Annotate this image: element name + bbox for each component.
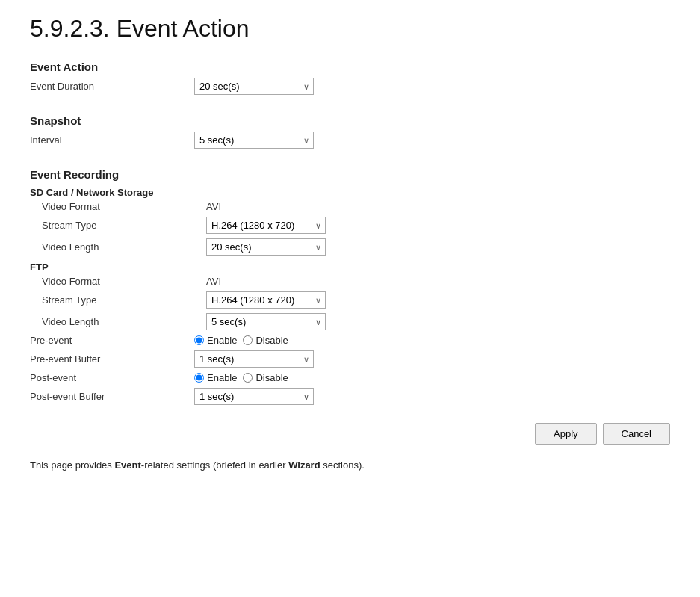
pre-event-row: Pre-event Enable Disable: [30, 335, 670, 346]
event-recording-header: Event Recording: [30, 168, 670, 181]
pre-event-buffer-row: Pre-event Buffer 1 sec(s) 2 sec(s) 3 sec…: [30, 350, 670, 368]
pre-event-buffer-select[interactable]: 1 sec(s) 2 sec(s) 3 sec(s) 5 sec(s): [194, 350, 314, 368]
apply-button[interactable]: Apply: [535, 423, 597, 445]
sd-stream-type-select-wrapper: H.264 (1280 x 720) H.264 (640 x 480) MJP…: [206, 217, 326, 234]
post-event-enable-radio[interactable]: [194, 373, 204, 383]
ftp-video-length-select[interactable]: 5 sec(s) 10 sec(s) 20 sec(s) 30 sec(s): [206, 313, 326, 330]
post-event-buffer-label: Post-event Buffer: [30, 391, 194, 402]
ftp-video-format-row: Video Format AVI: [30, 276, 670, 287]
event-action-header: Event Action: [30, 61, 670, 73]
sd-stream-type-select[interactable]: H.264 (1280 x 720) H.264 (640 x 480) MJP…: [206, 217, 326, 234]
ftp-stream-type-select-wrapper: H.264 (1280 x 720) H.264 (640 x 480) MJP…: [206, 291, 326, 309]
event-duration-select-wrapper: 5 sec(s) 10 sec(s) 20 sec(s) 30 sec(s) 6…: [194, 78, 314, 95]
ftp-stream-type-select[interactable]: H.264 (1280 x 720) H.264 (640 x 480) MJP…: [206, 291, 326, 309]
pre-event-enable-label[interactable]: Enable: [194, 335, 237, 346]
footer-text-after: sections).: [320, 460, 365, 471]
pre-event-enable-radio[interactable]: [194, 335, 204, 345]
sd-stream-type-row: Stream Type H.264 (1280 x 720) H.264 (64…: [30, 217, 670, 234]
sd-stream-type-label: Stream Type: [42, 220, 206, 231]
pre-event-disable-radio[interactable]: [243, 335, 253, 345]
sd-card-header: SD Card / Network Storage: [30, 187, 670, 198]
ftp-video-length-label: Video Length: [42, 316, 206, 327]
post-event-radio-group: Enable Disable: [194, 372, 288, 383]
pre-event-disable-label[interactable]: Disable: [243, 335, 288, 346]
pre-event-radio-group: Enable Disable: [194, 335, 288, 346]
ftp-header: FTP: [30, 262, 670, 273]
post-event-buffer-select-wrapper: 1 sec(s) 2 sec(s) 3 sec(s) 5 sec(s): [194, 388, 314, 405]
post-event-disable-label[interactable]: Disable: [243, 372, 288, 383]
interval-select[interactable]: 1 sec(s) 2 sec(s) 5 sec(s) 10 sec(s): [194, 132, 314, 149]
interval-label: Interval: [30, 134, 194, 146]
interval-row: Interval 1 sec(s) 2 sec(s) 5 sec(s) 10 s…: [30, 132, 670, 149]
post-event-buffer-row: Post-event Buffer 1 sec(s) 2 sec(s) 3 se…: [30, 388, 670, 405]
ftp-stream-type-row: Stream Type H.264 (1280 x 720) H.264 (64…: [30, 291, 670, 309]
page-title: 5.9.2.3. Event Action: [30, 15, 670, 43]
ftp-video-format-value: AVI: [206, 276, 221, 287]
ftp-stream-type-label: Stream Type: [42, 294, 206, 306]
post-event-enable-label[interactable]: Enable: [194, 372, 237, 383]
footer-text-middle: -related settings (briefed in earlier: [141, 460, 288, 471]
event-action-section: Event Action Event Duration 5 sec(s) 10 …: [30, 61, 670, 95]
event-duration-select[interactable]: 5 sec(s) 10 sec(s) 20 sec(s) 30 sec(s) 6…: [194, 78, 314, 95]
post-event-buffer-select[interactable]: 1 sec(s) 2 sec(s) 3 sec(s) 5 sec(s): [194, 388, 314, 405]
post-event-row: Post-event Enable Disable: [30, 372, 670, 383]
ftp-video-format-label: Video Format: [42, 276, 206, 287]
post-event-label: Post-event: [30, 372, 194, 383]
sd-video-format-value: AVI: [206, 201, 221, 212]
cancel-button[interactable]: Cancel: [603, 423, 670, 445]
sd-video-length-row: Video Length 5 sec(s) 10 sec(s) 20 sec(s…: [30, 238, 670, 256]
event-recording-section: Event Recording SD Card / Network Storag…: [30, 168, 670, 405]
sd-video-length-select[interactable]: 5 sec(s) 10 sec(s) 20 sec(s) 30 sec(s): [206, 238, 326, 256]
bottom-buttons-area: Apply Cancel: [30, 423, 670, 445]
footer-event-bold: Event: [114, 460, 140, 471]
pre-event-buffer-label: Pre-event Buffer: [30, 353, 194, 365]
ftp-video-length-row: Video Length 5 sec(s) 10 sec(s) 20 sec(s…: [30, 313, 670, 330]
snapshot-header: Snapshot: [30, 114, 670, 127]
sd-video-length-select-wrapper: 5 sec(s) 10 sec(s) 20 sec(s) 30 sec(s): [206, 238, 326, 256]
sd-video-length-label: Video Length: [42, 241, 206, 253]
footer-text: This page provides Event-related setting…: [30, 460, 670, 471]
ftp-video-length-select-wrapper: 5 sec(s) 10 sec(s) 20 sec(s) 30 sec(s): [206, 313, 326, 330]
footer-text-before: This page provides: [30, 460, 114, 471]
pre-event-label: Pre-event: [30, 335, 194, 346]
event-duration-label: Event Duration: [30, 81, 194, 92]
footer-wizard-bold: Wizard: [288, 460, 320, 471]
interval-select-wrapper: 1 sec(s) 2 sec(s) 5 sec(s) 10 sec(s): [194, 132, 314, 149]
snapshot-section: Snapshot Interval 1 sec(s) 2 sec(s) 5 se…: [30, 114, 670, 149]
sd-video-format-label: Video Format: [42, 201, 206, 212]
pre-event-buffer-select-wrapper: 1 sec(s) 2 sec(s) 3 sec(s) 5 sec(s): [194, 350, 314, 368]
event-duration-row: Event Duration 5 sec(s) 10 sec(s) 20 sec…: [30, 78, 670, 95]
post-event-disable-radio[interactable]: [243, 373, 253, 383]
sd-video-format-row: Video Format AVI: [30, 201, 670, 212]
